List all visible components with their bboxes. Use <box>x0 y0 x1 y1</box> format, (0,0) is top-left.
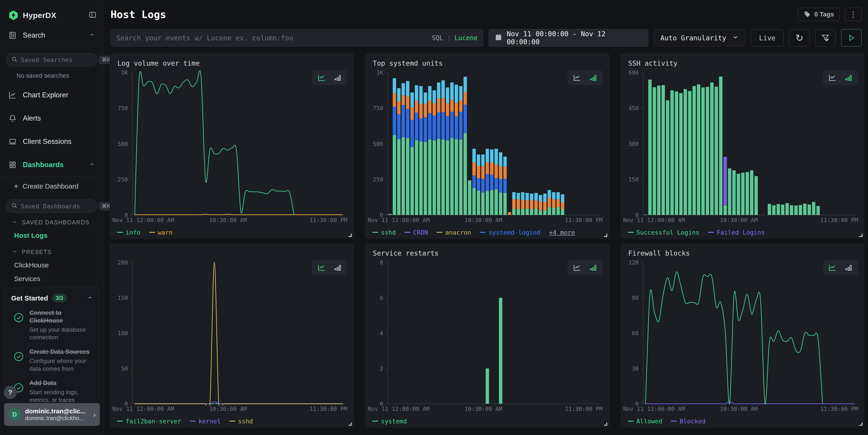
chart-plot[interactable]: 02468 <box>365 257 609 406</box>
chart-card-log-volume: Log volume over time 02505007501K Nov 11… <box>110 53 354 239</box>
legend-item[interactable]: sshd <box>229 418 253 425</box>
resize-handle[interactable] <box>859 234 863 237</box>
date-range-button[interactable]: Nov 11 00:00:00 - Nov 12 00:00:00 <box>489 29 648 46</box>
x-tick-label: 10:30:00 AM <box>209 217 247 223</box>
bar-chart-toggle-icon[interactable] <box>843 263 854 272</box>
lucene-toggle[interactable]: Lucene <box>455 34 477 42</box>
chart-type-toggle <box>823 260 858 275</box>
legend-item[interactable]: Successful Logins <box>628 229 699 236</box>
create-dashboard-button[interactable]: + Create Dashboard <box>0 179 103 193</box>
group-saved-dashboards[interactable]: SAVED DASHBOARDS <box>0 216 103 229</box>
saved-searches-search[interactable]: ⌘K <box>6 53 98 66</box>
granularity-select[interactable]: Auto Granularity <box>654 29 745 46</box>
resize-handle[interactable] <box>859 423 863 426</box>
chart-type-toggle <box>823 70 858 85</box>
chevron-down-icon <box>732 34 739 42</box>
line-chart-toggle-icon[interactable] <box>572 73 582 82</box>
get-started-step[interactable]: Connect to ClickHouse Set up your databa… <box>11 309 93 341</box>
user-menu[interactable]: D dominic.tran@clic... dominic.tran@clic… <box>4 403 100 426</box>
chart-plot[interactable]: 02505007501K <box>110 67 354 217</box>
avatar: D <box>8 408 21 421</box>
refresh-button[interactable]: ↻ <box>789 29 810 46</box>
x-tick-label: 10:30:00 AM <box>720 406 758 412</box>
chart-plot[interactable]: 050100150200 <box>110 257 354 406</box>
resize-handle[interactable] <box>348 423 352 426</box>
event-search-input[interactable] <box>116 34 432 42</box>
saved-dashboards-input[interactable] <box>21 203 99 210</box>
legend-item[interactable]: Blocked <box>671 418 706 425</box>
user-email: dominic.tran@clickho... <box>25 415 93 422</box>
chart-plot[interactable]: 0306090120 <box>620 257 865 406</box>
legend-more-link[interactable]: +4 more <box>549 229 575 236</box>
page-title: Host Logs <box>111 8 798 21</box>
chart-card-ssh-activity: SSH activity 0150300450600 Nov 11 12:00:… <box>620 53 865 239</box>
sidebar-item-search[interactable]: Search <box>0 27 103 44</box>
bar-chart-toggle-icon[interactable] <box>588 263 598 272</box>
legend-item[interactable]: sshd <box>372 229 396 236</box>
legend-item[interactable]: warn <box>149 229 173 236</box>
line-chart-toggle-icon[interactable] <box>317 263 327 272</box>
preset-link-clickhouse[interactable]: ClickHouse <box>0 258 103 272</box>
dashboard-link-host-logs[interactable]: Host Logs <box>0 229 103 242</box>
chevron-up-icon[interactable] <box>87 294 93 302</box>
chevron-down-icon <box>12 249 17 255</box>
line-chart-toggle-icon[interactable] <box>317 73 327 82</box>
x-tick-label: 10:30:00 AM <box>465 406 502 412</box>
sidebar-collapse-icon[interactable] <box>88 11 97 20</box>
sidebar-item-client-sessions[interactable]: Client Sessions <box>0 133 103 150</box>
bar-chart-toggle-icon[interactable] <box>843 73 854 82</box>
search-icon <box>11 56 18 63</box>
get-started-step[interactable]: Add Data Start sending logs, metrics, or… <box>11 379 93 404</box>
filter-edit-button[interactable] <box>815 29 836 46</box>
x-tick-label: Nov 11 12:00:00 AM <box>368 406 429 412</box>
sidebar-item-chart-explorer[interactable]: Chart Explorer <box>0 87 103 103</box>
line-chart-toggle-icon[interactable] <box>828 263 837 272</box>
x-tick-label: 10:30:00 AM <box>465 217 502 223</box>
tags-button[interactable]: 0 Tags <box>798 8 840 21</box>
hyperdx-logo-icon <box>8 10 19 21</box>
resize-handle[interactable] <box>604 234 607 237</box>
chart-type-toggle <box>312 70 347 85</box>
live-button[interactable]: Live <box>751 29 784 46</box>
legend-item[interactable]: CRON <box>404 229 428 236</box>
check-circle-icon <box>13 351 24 362</box>
legend-item[interactable]: fail2ban-server <box>117 418 181 425</box>
run-query-button[interactable] <box>841 29 862 46</box>
kebab-menu-button[interactable]: ⋮ <box>845 8 862 21</box>
chart-plot[interactable]: 0150300450600 <box>620 67 865 217</box>
saved-dashboards-search[interactable]: ⌘K <box>6 199 98 213</box>
event-search[interactable]: SQL | Lucene <box>111 29 483 46</box>
sidebar-item-dashboards[interactable]: Dashboards <box>0 156 103 173</box>
legend-item[interactable]: systemd-logind <box>480 229 540 236</box>
sidebar-item-alerts[interactable]: Alerts <box>0 110 103 127</box>
resize-handle[interactable] <box>604 423 607 426</box>
legend-item[interactable]: Failed Logins <box>708 229 765 236</box>
help-button[interactable]: ? <box>4 386 17 399</box>
group-presets[interactable]: PRESETS <box>0 246 103 258</box>
line-chart-toggle-icon[interactable] <box>572 263 582 272</box>
legend-item[interactable]: anacron <box>436 229 471 236</box>
chart-card-auth-spike: 050100150200 Nov 11 12:00:00 AM 10:30:00… <box>110 243 354 428</box>
bar-chart-toggle-icon[interactable] <box>333 263 343 272</box>
bar-chart-toggle-icon[interactable] <box>588 73 598 82</box>
chart-plot[interactable]: 02505007501K <box>365 67 609 217</box>
resize-handle[interactable] <box>348 234 352 237</box>
legend-item[interactable]: kernel <box>190 418 221 425</box>
legend: fail2ban-serverkernelsshd <box>110 415 354 428</box>
svg-text:750: 750 <box>118 105 128 112</box>
get-started-step[interactable]: Create Data Sources Configure where your… <box>11 348 93 373</box>
saved-searches-input[interactable] <box>21 56 99 63</box>
preset-link-services[interactable]: Services <box>0 272 103 286</box>
sql-toggle[interactable]: SQL <box>432 34 443 42</box>
legend-item[interactable]: systemd <box>372 418 407 425</box>
legend-item[interactable]: info <box>117 229 141 236</box>
svg-text:500: 500 <box>373 141 383 147</box>
line-chart-toggle-icon[interactable] <box>828 73 837 82</box>
bar-chart-toggle-icon[interactable] <box>333 73 343 82</box>
granularity-value: Auto Granularity <box>660 34 726 42</box>
legend-label: kernel <box>198 418 221 425</box>
svg-text:6: 6 <box>380 294 383 301</box>
legend-label: CRON <box>413 229 428 236</box>
dashboard-grid: Log volume over time 02505007501K Nov 11… <box>110 53 865 428</box>
legend-item[interactable]: Allowed <box>628 418 662 425</box>
